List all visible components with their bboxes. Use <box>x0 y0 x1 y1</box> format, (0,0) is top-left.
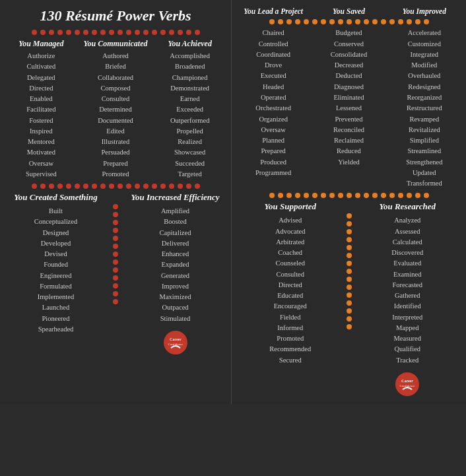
dot <box>113 299 118 304</box>
list-item: Lessened <box>331 103 367 114</box>
dot <box>32 30 37 35</box>
list-item: Conceptualized <box>34 217 77 227</box>
list-item: Consulted <box>98 94 133 104</box>
list-item: Updated <box>406 168 442 178</box>
dot <box>40 30 46 35</box>
dot <box>347 269 352 274</box>
list-item: Reclaimed <box>331 135 367 146</box>
dot <box>169 30 174 35</box>
dot <box>304 193 309 198</box>
list-item: Oversaw <box>26 158 57 169</box>
career-logo-left: Career Confidence <box>162 329 189 356</box>
list-item: Deducted <box>331 71 367 81</box>
list-item: Determined <box>98 104 133 115</box>
dot <box>113 212 118 217</box>
you-managed-list: Authorize Cultivated Delegated Directed … <box>26 51 57 180</box>
list-item: Cultivated <box>26 61 57 72</box>
dot <box>329 19 335 24</box>
dot <box>424 19 429 24</box>
bottom-sections: You Created Something Built Conceptualiz… <box>5 192 226 356</box>
top-dots <box>5 30 226 35</box>
list-item: Delivered <box>160 238 191 249</box>
list-item: Boosted <box>160 217 191 227</box>
dot <box>321 19 326 24</box>
you-created-list: Built Conceptualized Designed Developed … <box>34 206 77 335</box>
dot <box>407 193 412 198</box>
dot <box>407 19 412 24</box>
dot <box>329 193 335 198</box>
dot <box>75 184 80 189</box>
dot <box>415 19 420 24</box>
dot <box>195 184 200 189</box>
dot <box>355 193 360 198</box>
svg-text:Career: Career <box>401 379 413 383</box>
list-item: Assessed <box>391 226 423 237</box>
dot <box>347 213 352 219</box>
you-lead-section: Chaired Controlled Coordinated Drove Exe… <box>237 28 310 189</box>
dot <box>398 193 403 198</box>
you-managed-header: You Managed <box>18 39 63 48</box>
right-top-dots <box>237 19 461 24</box>
list-item: Advised <box>269 215 311 226</box>
list-item: Formulated <box>34 281 77 292</box>
right-panel: You Lead a Project You Saved You Improve… <box>231 0 466 404</box>
list-item: Orchestrated <box>255 103 291 114</box>
dot <box>178 30 183 35</box>
list-item: Customized <box>406 39 442 50</box>
list-item: Developed <box>34 238 77 249</box>
list-item: Coordinated <box>255 50 291 60</box>
list-item: Interpreted <box>391 312 423 323</box>
career-logo-right: Career Confidence <box>394 371 420 397</box>
dot <box>312 19 317 24</box>
list-item: Discovered <box>391 248 423 258</box>
dot <box>347 285 352 290</box>
list-item: Tracked <box>391 355 423 366</box>
list-item: Accelerated <box>406 28 442 38</box>
list-item: Generated <box>160 271 191 281</box>
list-item: Succeeded <box>170 158 210 169</box>
dot <box>372 193 378 198</box>
dot <box>83 30 88 35</box>
you-created-section: You Created Something Built Conceptualiz… <box>5 192 110 356</box>
list-item: Collaborated <box>98 73 133 83</box>
right-top-lists: Chaired Controlled Coordinated Drove Exe… <box>237 28 461 189</box>
career-logo-svg: Career Confidence <box>162 329 189 356</box>
list-item: Directed <box>269 280 311 290</box>
list-item: Forecasted <box>391 280 423 290</box>
list-item: Founded <box>34 259 77 270</box>
vertical-dots <box>110 192 121 356</box>
list-item: Devised <box>34 249 77 259</box>
dot <box>286 193 292 198</box>
dot <box>304 19 309 24</box>
dot <box>40 184 46 189</box>
dot <box>113 283 118 289</box>
list-item: Prepared <box>255 146 291 156</box>
list-item: Reduced <box>331 146 367 156</box>
list-item: Promoted <box>269 333 311 344</box>
you-improved-list: Accelerated Customized Integrated Modifi… <box>406 28 442 189</box>
dot <box>49 184 54 189</box>
list-item: Reorganized <box>406 92 442 103</box>
dot <box>269 193 275 198</box>
list-item: Broadened <box>170 61 210 72</box>
dot <box>424 193 429 198</box>
dot <box>381 193 386 198</box>
list-item: Realized <box>170 137 210 147</box>
list-item: Designed <box>34 228 77 238</box>
list-item: Amplified <box>160 206 191 217</box>
list-item: Budgeted <box>331 28 367 38</box>
list-item: Recommended <box>269 344 311 355</box>
left-panel: 130 Résumé Power Verbs <box>0 0 231 404</box>
dot <box>49 30 54 35</box>
list-item: Revamped <box>406 114 442 125</box>
dot <box>113 244 118 249</box>
list-item: Fostered <box>26 116 57 126</box>
list-item: Motivated <box>26 147 57 158</box>
right-vertical-dots <box>344 201 354 397</box>
list-item: Championed <box>170 73 210 83</box>
list-item: Organized <box>255 114 291 125</box>
list-item: Chaired <box>255 28 291 38</box>
list-item: Authorize <box>26 51 57 61</box>
list-item: Expanded <box>160 259 191 270</box>
dot <box>92 30 97 35</box>
